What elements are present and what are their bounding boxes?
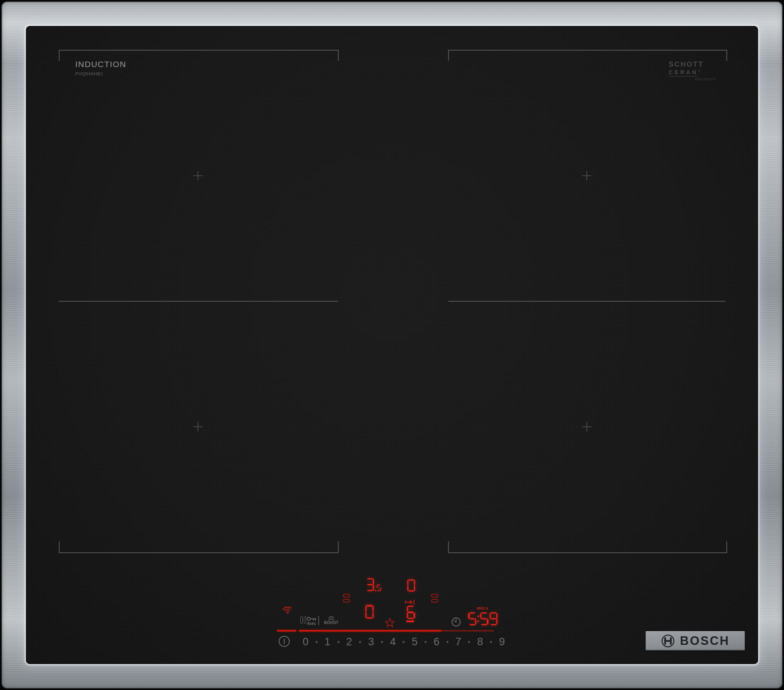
scale-dot <box>338 641 339 643</box>
move-timer-arrow-icon <box>405 599 416 605</box>
track-segment-active[interactable] <box>299 630 442 632</box>
scale-dot <box>468 641 470 643</box>
ceran-line: CERAN <box>669 69 698 76</box>
timer-unit-label: min:s <box>477 606 488 610</box>
key-lock-icon <box>307 616 317 621</box>
timer-zone-underline <box>406 621 414 622</box>
power-level-7[interactable]: 7 <box>456 637 461 647</box>
display-front-left-power[interactable] <box>365 605 374 621</box>
star-icon <box>385 618 394 627</box>
bosch-badge: BOSCH <box>646 631 745 650</box>
track-segment-inactive[interactable] <box>442 630 494 632</box>
bosch-armature-icon <box>661 634 675 648</box>
ceramic-glass-surface: INDUCTION PVQ645HB1 SCHOTT CERAN® 800127… <box>26 26 758 664</box>
scale-dot <box>316 641 318 643</box>
power-level-3[interactable]: 3 <box>368 637 374 647</box>
bosch-logo-text: BOSCH <box>680 634 730 648</box>
schott-line: SCHOTT <box>669 60 717 69</box>
panel-divider <box>318 616 319 625</box>
pause-icon <box>300 616 303 624</box>
zone-outline-rear-left <box>59 50 339 61</box>
wifi-icon <box>282 606 292 614</box>
display-rear-right-power[interactable] <box>407 579 416 594</box>
power-level-5[interactable]: 5 <box>412 637 417 647</box>
power-level-9[interactable]: 9 <box>499 637 505 647</box>
power-level-1[interactable]: 1 <box>325 637 330 647</box>
child-lock-button[interactable]: 4sec <box>306 616 318 626</box>
scale-dot <box>359 641 361 643</box>
scale-dot <box>381 641 383 643</box>
track-segment-power <box>277 630 296 632</box>
child-lock-label: 4sec <box>306 621 318 626</box>
power-level-8[interactable]: 8 <box>477 637 483 647</box>
zone-cross-rear-right <box>582 171 592 180</box>
power-level-0[interactable]: 0 <box>303 637 309 647</box>
power-button[interactable] <box>279 636 290 647</box>
power-level-slider[interactable]: 0 1 2 3 4 5 6 7 8 9 <box>303 635 505 648</box>
power-level-4[interactable]: 4 <box>390 637 396 647</box>
boost-button[interactable]: BOOST <box>323 616 340 625</box>
scale-dot <box>446 641 448 643</box>
zone-divider-right <box>448 301 725 302</box>
flex-zone-right-icon[interactable] <box>431 594 438 603</box>
power-level-2[interactable]: 2 <box>346 637 352 647</box>
schott-ceran-logo: SCHOTT CERAN® <box>669 60 717 76</box>
zone-outline-rear-right <box>448 50 727 61</box>
zone-outline-front-left <box>59 541 339 553</box>
print-code: 8001279147 <box>677 77 717 81</box>
display-timer[interactable] <box>468 612 498 627</box>
registered-mark: ® <box>698 69 701 73</box>
display-rear-left-power[interactable] <box>365 578 381 593</box>
surface-label: INDUCTION <box>75 60 126 69</box>
timer-clock-button[interactable] <box>451 617 461 627</box>
zone-outline-front-right <box>448 541 727 553</box>
favorite-star-button[interactable] <box>385 617 395 628</box>
boost-label: BOOST <box>323 621 340 625</box>
display-front-right-power[interactable] <box>406 606 416 621</box>
pause-button[interactable] <box>300 616 306 624</box>
zone-cross-front-right <box>582 422 592 431</box>
zone-divider-left <box>59 301 338 302</box>
induction-hob: INDUCTION PVQ645HB1 SCHOTT CERAN® 800127… <box>0 0 784 690</box>
scale-dot <box>425 641 426 643</box>
flex-zone-left-icon[interactable] <box>343 594 350 603</box>
scale-dot <box>403 641 405 643</box>
zone-cross-front-left <box>193 422 203 431</box>
boost-chevrons-icon <box>328 616 335 621</box>
zone-cross-rear-left <box>193 171 203 180</box>
model-number: PVQ645HB1 <box>75 71 103 76</box>
scale-dot <box>490 641 492 643</box>
power-level-6[interactable]: 6 <box>434 637 439 647</box>
